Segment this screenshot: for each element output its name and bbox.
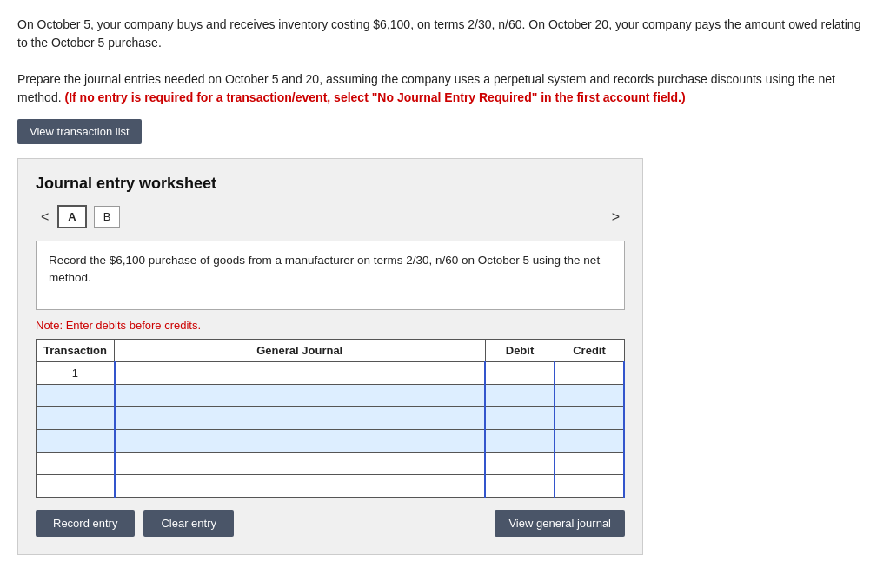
debit-input[interactable] [486,385,554,406]
credit-input[interactable] [555,475,623,497]
credit-cell[interactable] [555,430,624,453]
tab-navigation: < A B > [36,205,625,228]
debit-cell[interactable] [485,475,555,498]
col-header-credit: Credit [555,340,624,362]
journal-entry-worksheet: Journal entry worksheet < A B > Record t… [17,158,643,555]
col-header-transaction: Transaction [37,340,115,362]
action-buttons: Record entry Clear entry View general jo… [36,510,625,537]
journal-table: Transaction General Journal Debit Credit… [36,339,625,498]
nav-left-arrow[interactable]: < [36,208,54,227]
credit-input[interactable] [555,453,623,474]
intro-paragraph1: On October 5, your company buys and rece… [17,16,873,52]
record-entry-button[interactable]: Record entry [36,510,135,537]
instruction-text: Record the $6,100 purchase of goods from… [49,254,600,284]
credit-cell[interactable] [555,362,624,385]
col-header-general-journal: General Journal [115,340,486,362]
intro-section: On October 5, your company buys and rece… [17,16,873,107]
journal-input[interactable] [116,362,485,384]
debit-input[interactable] [486,475,554,497]
debit-input[interactable] [486,362,554,384]
nav-right-arrow[interactable]: > [607,208,625,227]
table-row [37,475,115,498]
view-general-journal-button[interactable]: View general journal [495,510,625,537]
col-header-debit: Debit [485,340,555,362]
journal-input[interactable] [116,407,485,429]
credit-input[interactable] [555,407,623,429]
note-text: Note: Enter debits before credits. [36,319,625,332]
tab-a[interactable]: A [57,205,86,228]
debit-cell[interactable] [485,362,555,385]
debit-cell[interactable] [485,385,555,407]
journal-entry-cell[interactable] [115,407,486,430]
table-row [37,385,115,407]
journal-entry-cell[interactable] [115,475,486,498]
journal-input[interactable] [116,385,485,406]
tab-b[interactable]: B [94,206,121,228]
credit-cell[interactable] [555,475,624,498]
journal-input[interactable] [116,453,485,474]
debit-cell[interactable] [485,430,555,453]
journal-entry-cell[interactable] [115,453,486,475]
instruction-box: Record the $6,100 purchase of goods from… [36,241,625,310]
credit-input[interactable] [555,430,623,452]
journal-entry-cell[interactable] [115,385,486,407]
worksheet-title: Journal entry worksheet [36,175,625,193]
debit-input[interactable] [486,407,554,429]
table-row [37,407,115,430]
intro-paragraph2: Prepare the journal entries needed on Oc… [17,70,873,107]
table-row: 1 [37,362,115,385]
journal-entry-cell[interactable] [115,362,486,385]
credit-cell[interactable] [555,385,624,407]
debit-cell[interactable] [485,407,555,430]
journal-input[interactable] [116,430,485,452]
view-transaction-list-button[interactable]: View transaction list [17,119,142,144]
debit-input[interactable] [486,430,554,452]
credit-input[interactable] [555,385,623,406]
journal-input[interactable] [116,475,485,497]
credit-cell[interactable] [555,407,624,430]
table-row [37,453,115,475]
credit-input[interactable] [555,362,623,384]
debit-input[interactable] [486,453,554,474]
credit-cell[interactable] [555,453,624,475]
intro-red-bold: (If no entry is required for a transacti… [64,90,685,104]
table-row [37,430,115,453]
journal-entry-cell[interactable] [115,430,486,453]
debit-cell[interactable] [485,453,555,475]
clear-entry-button[interactable]: Clear entry [143,510,234,537]
